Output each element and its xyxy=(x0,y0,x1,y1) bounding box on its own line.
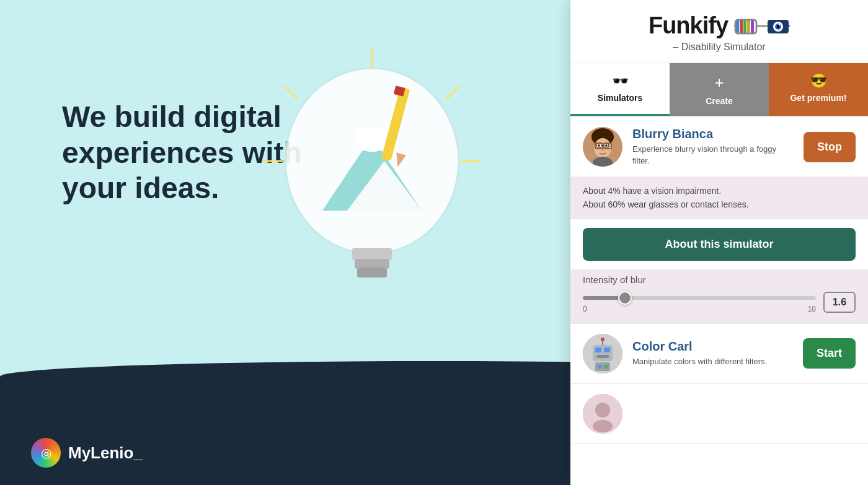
svg-rect-43 xyxy=(593,345,613,361)
svg-rect-45 xyxy=(604,347,610,352)
mylenio-logo-icon: ◎ xyxy=(31,438,61,468)
tab-simulators-label: Simulators xyxy=(598,93,642,103)
svg-point-48 xyxy=(601,338,604,341)
svg-rect-50 xyxy=(598,365,601,369)
intensity-control: 0 10 1.6 xyxy=(583,291,856,313)
color-carl-header: Color Carl Manipulate colors with differ… xyxy=(570,324,868,383)
blurry-bianca-desc: Experience blurry vision through a foggy… xyxy=(632,144,794,166)
simulator-blurry-bianca: Blurry Bianca Experience blurry vision t… xyxy=(570,117,868,324)
tab-create-label: Create xyxy=(706,96,733,106)
svg-point-25 xyxy=(777,25,780,28)
stop-button[interactable]: Stop xyxy=(804,132,856,162)
create-icon: + xyxy=(714,73,724,92)
svg-rect-18 xyxy=(743,20,746,33)
blurry-bianca-header: Blurry Bianca Experience blurry vision t… xyxy=(570,117,868,177)
svg-rect-20 xyxy=(751,20,754,33)
mylenio-logo: ◎ MyLenio_ xyxy=(31,438,143,468)
slider-min: 0 xyxy=(583,305,587,313)
svg-rect-46 xyxy=(596,355,609,358)
mylenio-logo-text: MyLenio_ xyxy=(68,443,143,463)
svg-rect-7 xyxy=(352,248,392,260)
slider-range: 0 10 xyxy=(583,305,816,313)
tab-simulators[interactable]: 🕶️ Simulators xyxy=(570,63,670,116)
slider-max: 10 xyxy=(808,305,816,313)
funkify-tabs: 🕶️ Simulators + Create 😎 Get premium! xyxy=(570,63,868,117)
simulator-more xyxy=(570,384,868,444)
svg-line-11 xyxy=(446,87,459,99)
svg-rect-51 xyxy=(604,365,608,369)
intensity-value: 1.6 xyxy=(823,292,856,313)
intensity-section: Intensity of blur 0 10 1.6 xyxy=(570,269,868,323)
stat-line-2: About 60% wear glasses or contact lenses… xyxy=(583,198,856,211)
funkify-header: Funkify xyxy=(570,0,868,63)
svg-point-35 xyxy=(598,144,600,147)
simulators-icon: 🕶️ xyxy=(612,73,629,89)
svg-rect-17 xyxy=(740,20,743,33)
funkify-glasses-icon xyxy=(734,14,790,38)
blurry-bianca-avatar xyxy=(583,127,622,167)
funkify-title: Funkify xyxy=(649,12,728,39)
simulators-content: Blurry Bianca Experience blurry vision t… xyxy=(570,117,868,485)
svg-rect-49 xyxy=(595,362,610,371)
more-header xyxy=(570,384,868,443)
tab-create[interactable]: + Create xyxy=(670,63,769,116)
tab-premium-label: Get premium! xyxy=(790,93,846,103)
simulator-color-carl: Color Carl Manipulate colors with differ… xyxy=(570,324,868,384)
about-simulator-button[interactable]: About this simulator xyxy=(583,228,856,261)
funkify-subtitle: – Disability Simulator xyxy=(585,42,853,53)
svg-point-54 xyxy=(593,420,613,432)
blurry-bianca-info: Blurry Bianca Experience blurry vision t… xyxy=(632,127,794,166)
color-carl-info: Color Carl Manipulate colors with differ… xyxy=(632,339,793,367)
tab-premium[interactable]: 😎 Get premium! xyxy=(769,63,868,116)
svg-point-36 xyxy=(605,144,608,147)
funkify-brand: Funkify xyxy=(585,12,853,39)
svg-line-12 xyxy=(285,87,298,99)
svg-point-40 xyxy=(601,149,604,151)
funkify-panel: Funkify xyxy=(570,0,868,485)
svg-rect-19 xyxy=(747,20,750,33)
svg-line-29 xyxy=(789,25,790,26)
more-avatar xyxy=(583,394,622,434)
premium-icon: 😎 xyxy=(810,73,827,89)
stat-line-1: About 4% have a vision impairment. xyxy=(583,184,856,198)
lightbulb-illustration xyxy=(248,37,496,359)
svg-rect-44 xyxy=(595,347,601,352)
svg-point-53 xyxy=(595,403,610,417)
svg-rect-16 xyxy=(736,20,739,33)
color-carl-name: Color Carl xyxy=(632,339,793,354)
blurry-bianca-stats: About 4% have a vision impairment. About… xyxy=(570,177,868,219)
intensity-slider[interactable] xyxy=(583,296,816,300)
svg-rect-8 xyxy=(355,259,389,269)
svg-rect-9 xyxy=(357,268,387,277)
intensity-label: Intensity of blur xyxy=(583,274,856,285)
slider-container: 0 10 xyxy=(583,291,816,313)
color-carl-desc: Manipulate colors with different filters… xyxy=(632,356,793,367)
color-carl-avatar xyxy=(583,334,622,374)
blurry-bianca-name: Blurry Bianca xyxy=(632,127,794,141)
start-button[interactable]: Start xyxy=(803,338,856,369)
svg-point-26 xyxy=(779,24,780,25)
